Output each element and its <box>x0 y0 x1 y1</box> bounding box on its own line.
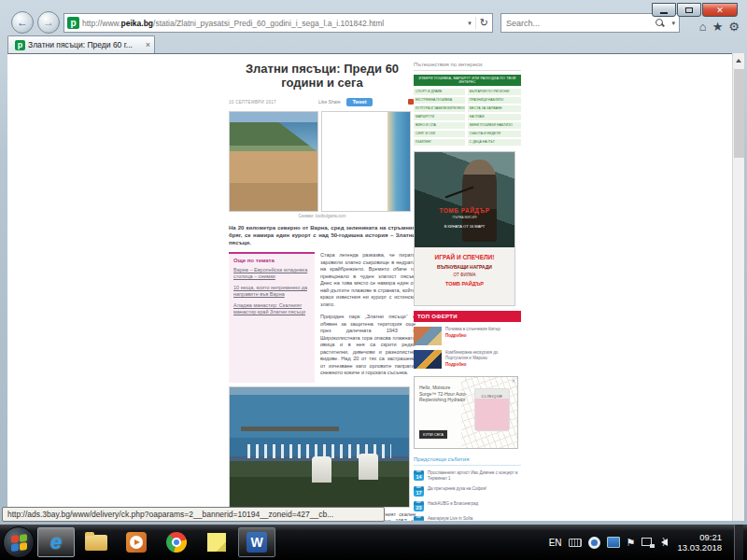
browser-action-icons: ⌂ ★ ⚙ <box>699 21 740 33</box>
tweet-button[interactable]: Tweet <box>346 98 373 106</box>
related-link[interactable]: Аладжа манастир: Скалният манастир край … <box>233 302 310 315</box>
facebook-share-widget[interactable]: Like Share <box>318 99 341 105</box>
category-link[interactable]: СПОРТ И ДРАЙВ <box>414 89 465 95</box>
related-link[interactable]: 10 неща, които непременно да направите в… <box>233 285 310 298</box>
search-input[interactable] <box>501 19 655 28</box>
browser-toolbar: ← → p http://www.peika.bg/statia/Zlatni_… <box>0 0 747 35</box>
related-title: Още по темата <box>233 258 310 263</box>
home-icon[interactable]: ⌂ <box>699 21 707 33</box>
interests-banner[interactable]: ИЗБЕРИ ПОЧИВКА, МАРШРУТ ИЛИ РАЗХОДКА ПО … <box>414 75 521 86</box>
offer-details-link[interactable]: Подробно <box>445 333 500 339</box>
movie-ad-promo: ИГРАЙ И СПЕЧЕЛИ! ВЪЛНУВАЩИ НАГРАДИ ОТ ФИ… <box>415 247 514 305</box>
event-item[interactable]: МАР 14 Прославеният артист Иво Димчев с … <box>414 470 521 482</box>
back-button[interactable]: ← <box>11 11 34 34</box>
taskbar-internet-explorer[interactable]: e <box>37 527 75 557</box>
calendar-icon: МАР 24 <box>414 516 424 521</box>
scroll-up-icon[interactable] <box>733 53 744 67</box>
category-link[interactable]: КЪМПИНГ <box>414 139 465 146</box>
desktop: ← → p http://www.peika.bg/statia/Zlatni_… <box>0 0 747 560</box>
category-link[interactable]: МЕСТА ЗА ХАПВАНЕ <box>468 105 521 112</box>
play-and-win-label[interactable]: ИГРАЙ И СПЕЧЕЛИ! <box>415 254 514 260</box>
category-link[interactable]: МАРШРУТИ <box>414 114 465 120</box>
related-link[interactable]: Варна – Европейска младежка столица – сн… <box>233 267 310 280</box>
photo-aerial-resort <box>321 111 411 212</box>
taskbar-media-player[interactable] <box>118 527 155 557</box>
settings-gear-icon[interactable]: ⚙ <box>728 21 740 33</box>
related-articles-box: Още по темата Варна – Европейска младежк… <box>229 252 315 383</box>
sidebar-column: Пътешествия по интереси ИЗБЕРИ ПОЧИВКА, … <box>414 54 521 521</box>
movie-from-label: ОТ ФИЛМА <box>415 273 514 277</box>
ad-buy-button[interactable]: КУПИ СЕГА <box>419 430 447 439</box>
offer-thumbnail <box>414 350 442 369</box>
offer-thumbnail <box>414 327 442 345</box>
article-photos <box>229 111 416 212</box>
ad-text: Hello, Moisture Surge™ 72-Hour Auto-Repl… <box>419 385 468 403</box>
event-item[interactable]: МАР 17 Да прегърнем духа на София! <box>414 486 521 497</box>
ad-close-icon[interactable]: ✕ <box>512 378 515 384</box>
url-text[interactable]: http://www.peika.bg/statia/Zlatni_pyasat… <box>82 19 464 28</box>
close-button[interactable]: ✕ <box>702 3 738 17</box>
taskbar-sticky-notes[interactable] <box>198 527 235 557</box>
category-link[interactable]: С ДЕЦА НА ПЪТ <box>468 139 521 146</box>
internet-explorer-icon: e <box>50 530 62 554</box>
start-button[interactable] <box>3 526 35 558</box>
page-scrollbar[interactable] <box>732 53 744 521</box>
category-link[interactable]: СЪБОТА И НЕДЕЛЯ <box>468 131 521 137</box>
event-item[interactable]: МАР 23 HackAUBG в Благоевград <box>414 501 521 511</box>
event-text[interactable]: HackAUBG в Благоевград <box>428 501 478 507</box>
forward-button[interactable]: → <box>37 11 60 34</box>
tab-close-icon[interactable]: × <box>142 40 150 49</box>
movie-poster-image: ТОМБ РАЙДЪР ПЪРВА МИСИЯ В КИНАТА ОТ 16 М… <box>415 152 514 249</box>
status-bar-link-preview: http://ads.3bay.bg/www/delivery/ck.php?o… <box>2 507 385 522</box>
minimize-button[interactable] <box>652 3 676 17</box>
favorites-star-icon[interactable]: ★ <box>712 21 724 33</box>
category-link[interactable]: СНЯГ И СКИ <box>414 131 465 137</box>
event-item[interactable]: МАР 24 Аватариум Live in Sofia <box>414 516 521 521</box>
category-link[interactable]: БЪЛГАРИЯ ПО РЕГИОНИ <box>468 89 521 95</box>
category-link[interactable]: ВИНО И СПА <box>414 122 465 129</box>
movie-cinema-date: В КИНАТА ОТ 16 МАРТ <box>415 224 514 229</box>
taskbar-clock[interactable]: 09:21 13.03.2018 <box>677 532 722 553</box>
event-text[interactable]: Аватариум Live in Sofia <box>428 516 472 521</box>
calendar-icon: МАР 17 <box>414 486 424 497</box>
category-link[interactable]: КУЛТУРА И ЗАБЕЛЕЖИТЕЛНОСТИ <box>414 105 465 112</box>
language-indicator[interactable]: EN <box>549 538 562 548</box>
interests-heading: Пътешествия по интереси <box>414 62 521 71</box>
offer-text: Почивка в слънчевия Кипър Подробно <box>445 327 500 345</box>
category-link[interactable]: НА ПЛАЖ <box>468 114 521 120</box>
keyboard-icon[interactable] <box>569 539 582 547</box>
address-dropdown-icon[interactable]: ▾ <box>464 20 475 27</box>
volume-icon[interactable] <box>661 539 668 546</box>
event-text[interactable]: Да прегърнем духа на София! <box>428 486 486 492</box>
maximize-button[interactable] <box>677 3 701 17</box>
category-link[interactable]: МИНИ ПОЧИВКИ НАБЛИЗО <box>468 122 521 129</box>
taskbar-chrome[interactable] <box>158 527 195 557</box>
tray-blue-app-icon[interactable] <box>607 537 620 548</box>
action-center-flag-icon[interactable]: ⚑ <box>627 538 636 548</box>
offer-item[interactable]: Почивка в слънчевия Кипър Подробно <box>414 327 521 345</box>
network-icon[interactable] <box>641 538 655 548</box>
tab-zlatni-pyasaci[interactable]: p Златни пясъци: Преди 60 г... × <box>7 35 155 53</box>
offer-details-link[interactable]: Подробно <box>445 362 521 368</box>
show-desktop-button[interactable] <box>734 525 743 560</box>
address-bar[interactable]: p http://www.peika.bg/statia/Zlatni_pyas… <box>63 13 493 33</box>
media-player-icon <box>126 532 147 553</box>
article-paragraph: Стара легенда разказва, че пирати зарови… <box>320 252 416 308</box>
taskbar-word[interactable]: W <box>238 527 275 557</box>
windows-logo-icon <box>11 534 27 552</box>
offer-item[interactable]: Комбинирана екскурзия до Португалия и Ма… <box>414 350 521 369</box>
tray-app-icon[interactable] <box>588 537 600 549</box>
search-dropdown-icon[interactable]: ▾ <box>668 20 679 27</box>
taskbar-windows-explorer[interactable] <box>78 527 115 557</box>
tomb-raider-ad[interactable]: ТОМБ РАЙДЪР ПЪРВА МИСИЯ В КИНАТА ОТ 16 М… <box>414 151 515 306</box>
word-icon: W <box>247 532 267 553</box>
article-intro: На 20 километра северно от Варна, сред з… <box>229 224 416 246</box>
search-icon[interactable] <box>655 18 666 29</box>
event-text[interactable]: Прославеният артист Иво Димчев с концерт… <box>428 470 521 482</box>
clinique-ad[interactable]: ✕ Hello, Moisture Surge™ 72-Hour Auto-Re… <box>414 376 518 449</box>
category-link[interactable]: ЕКСТРЕМНА ПОЧИВКА <box>414 97 465 104</box>
scrollbar-thumb[interactable] <box>734 69 744 158</box>
refresh-icon[interactable]: ↻ <box>475 17 492 29</box>
category-link[interactable]: ПРАЗНИЦИ НАБЛИЗО <box>468 97 521 104</box>
folder-icon <box>85 535 107 551</box>
